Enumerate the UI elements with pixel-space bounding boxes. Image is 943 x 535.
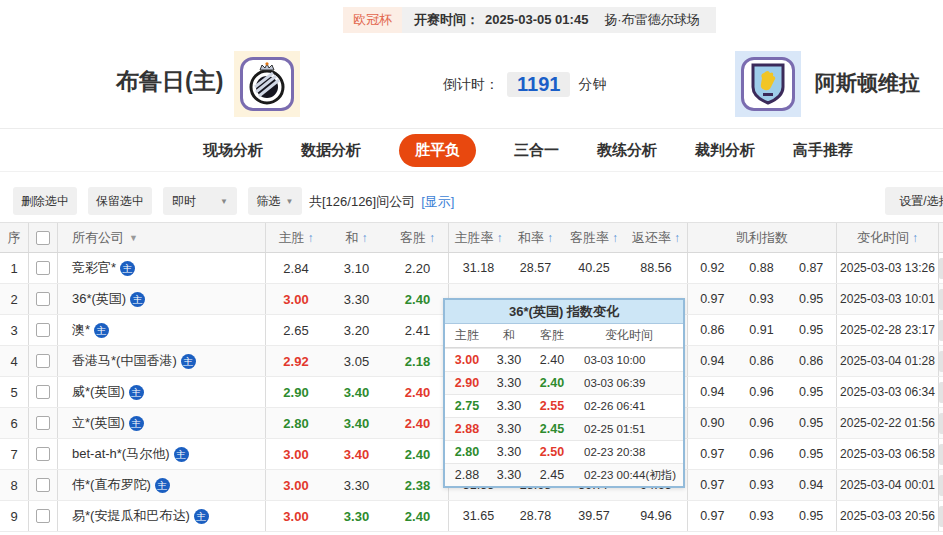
- header-away-win[interactable]: 客胜↑: [387, 223, 448, 252]
- odds-cell: 3.05: [326, 346, 387, 376]
- popup-title: 36*(英国) 指数变化: [445, 300, 683, 324]
- kelly-cell: 0.86: [737, 346, 787, 376]
- popup-row: 2.803.302.5002-23 20:38: [445, 440, 683, 463]
- venue-name: 扬·布雷德尔球场: [604, 7, 699, 33]
- row-checkbox-cell: [28, 315, 57, 345]
- rate-cell: 28.78: [508, 501, 563, 531]
- odds-cell: 3.00: [265, 470, 326, 500]
- popup-odds-cell: 3.30: [489, 353, 529, 367]
- countdown-value: 1191: [507, 72, 570, 97]
- header-draw-rate[interactable]: 和率↑: [508, 223, 563, 252]
- company-cell: 澳*主: [57, 315, 265, 345]
- home-tag-icon: 主: [194, 509, 209, 524]
- away-crest-box: [741, 57, 795, 111]
- odds-cell: 2.80: [265, 408, 326, 438]
- popup-body: 主胜和客胜变化时间3.003.302.4003-03 10:002.903.30…: [445, 324, 683, 486]
- header-payout-rate[interactable]: 返还率↑: [625, 223, 687, 252]
- row-checkbox[interactable]: [36, 447, 50, 461]
- popup-odds-cell: 2.88: [445, 422, 489, 436]
- kelly-cell: 0.95: [786, 284, 836, 314]
- row-checkbox[interactable]: [36, 292, 50, 306]
- row-checkbox-cell: [28, 346, 57, 376]
- row-checkbox-cell: [28, 439, 57, 469]
- popup-time-cell: 02-26 06:41: [575, 400, 683, 412]
- company-name[interactable]: 香港马*(中国香港): [72, 352, 177, 370]
- filter-dropdown[interactable]: 筛选 ▼: [248, 187, 302, 215]
- company-name[interactable]: 伟*(直布罗陀): [72, 476, 151, 494]
- odds-change-popup: 36*(英国) 指数变化 主胜和客胜变化时间3.003.302.4003-03 …: [443, 298, 685, 488]
- row-edge-stub: [939, 413, 943, 434]
- popup-time-cell: 02-23 20:38: [575, 446, 683, 458]
- kickoff-time: 2025-03-05 01:45: [485, 7, 588, 33]
- header-home-win[interactable]: 主胜↑: [265, 223, 326, 252]
- kelly-cell: 0.95: [786, 408, 836, 438]
- row-checkbox[interactable]: [36, 509, 50, 523]
- company-name[interactable]: 易*(安提瓜和巴布达): [72, 507, 190, 525]
- home-team-logo: [234, 51, 300, 117]
- odds-cell: 2.84: [265, 253, 326, 283]
- tab-胜平负[interactable]: 胜平负: [399, 134, 476, 167]
- rate-cell: 31.65: [448, 501, 508, 531]
- row-edge-cell: [938, 439, 943, 469]
- tab-现场分析[interactable]: 现场分析: [203, 141, 263, 160]
- countdown: 倒计时： 1191 分钟: [443, 72, 606, 97]
- odds-cell: 2.40: [387, 377, 448, 407]
- kelly-cell: 0.93: [737, 470, 787, 500]
- row-checkbox[interactable]: [36, 261, 50, 275]
- tab-裁判分析[interactable]: 裁判分析: [695, 141, 755, 160]
- company-name[interactable]: 竞彩官*: [72, 259, 116, 277]
- change-time-cell: 2025-03-03 10:01: [836, 284, 938, 314]
- header-home-rate[interactable]: 主胜率↑: [448, 223, 508, 252]
- row-checkbox[interactable]: [36, 323, 50, 337]
- header-change-time[interactable]: 变化时间↑: [836, 223, 938, 252]
- row-checkbox[interactable]: [36, 416, 50, 430]
- tab-教练分析[interactable]: 教练分析: [597, 141, 657, 160]
- tab-数据分析[interactable]: 数据分析: [301, 141, 361, 160]
- odds-cell: 2.38: [387, 470, 448, 500]
- kelly-cell: 0.95: [786, 377, 836, 407]
- popup-odds-cell: 2.88: [445, 468, 489, 482]
- header-edge: [938, 223, 943, 252]
- odds-cell: 2.40: [387, 501, 448, 531]
- header-draw[interactable]: 和↑: [326, 223, 387, 252]
- company-name[interactable]: bet-at-h*(马尔他): [72, 445, 170, 463]
- kickoff-info: 开赛时间： 2025-03-05 01:45 扬·布雷德尔球场: [402, 7, 716, 33]
- header-company[interactable]: 所有公司▼: [57, 223, 265, 252]
- row-edge-stub: [939, 475, 943, 496]
- delete-selected-button[interactable]: 删除选中: [13, 187, 77, 215]
- popup-odds-cell: 3.30: [489, 399, 529, 413]
- odds-cell: 3.40: [326, 377, 387, 407]
- tab-三合一[interactable]: 三合一: [514, 141, 559, 160]
- odds-mode-dropdown[interactable]: 即时 ▼: [163, 187, 237, 215]
- company-name[interactable]: 威*(英国): [72, 383, 125, 401]
- kelly-cell: 0.93: [737, 284, 787, 314]
- kelly-cell: 0.94: [786, 470, 836, 500]
- kelly-cell: 0.96: [737, 408, 787, 438]
- kelly-cell: 0.96: [737, 439, 787, 469]
- company-name[interactable]: 36*(英国): [72, 290, 126, 308]
- settings-select-button[interactable]: 设置/选择: [885, 187, 943, 215]
- header-select-all: [28, 223, 57, 252]
- row-checkbox[interactable]: [36, 478, 50, 492]
- odds-cell: 2.40: [387, 439, 448, 469]
- row-seq: 9: [0, 501, 28, 531]
- show-link[interactable]: [显示]: [421, 194, 454, 209]
- popup-header-1: 主胜: [445, 327, 489, 344]
- row-edge-stub: [939, 351, 943, 372]
- keep-selected-button[interactable]: 保留选中: [88, 187, 152, 215]
- tab-高手推荐[interactable]: 高手推荐: [793, 141, 853, 160]
- company-cell: 竞彩官*主: [57, 253, 265, 283]
- sort-asc-icon: ↑: [497, 231, 503, 245]
- home-tag-icon: 主: [120, 261, 135, 276]
- company-name[interactable]: 澳*: [72, 321, 90, 339]
- company-cell: 易*(安提瓜和巴布达)主: [57, 501, 265, 531]
- select-all-checkbox[interactable]: [36, 231, 50, 245]
- kelly-cell: 0.91: [737, 315, 787, 345]
- row-checkbox[interactable]: [36, 354, 50, 368]
- popup-odds-cell: 2.45: [529, 422, 575, 436]
- company-cell: 威*(英国)主: [57, 377, 265, 407]
- company-name[interactable]: 立*(英国): [72, 414, 125, 432]
- header-away-rate[interactable]: 客胜率↑: [563, 223, 625, 252]
- row-checkbox[interactable]: [36, 385, 50, 399]
- sort-asc-icon: ↑: [308, 231, 314, 245]
